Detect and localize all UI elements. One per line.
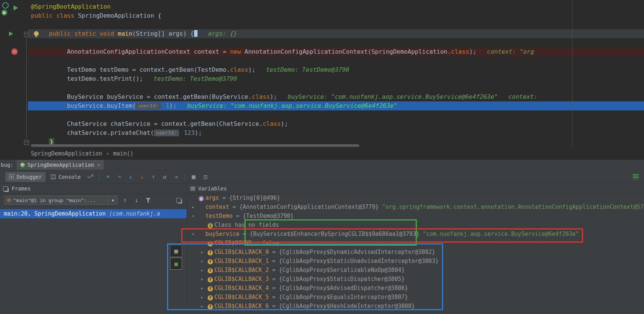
- next-frame-icon[interactable]: ↓: [132, 196, 141, 204]
- frames-options-icon[interactable]: [176, 198, 181, 203]
- code-line[interactable]: TestDemo testDemo = context.getBean(Test…: [28, 65, 644, 74]
- code-token[interactable]: ChatService chatService = context.getBea…: [67, 120, 263, 127]
- code-token[interactable]: class: [263, 120, 281, 127]
- filter-frames-icon[interactable]: [144, 196, 152, 204]
- code-token[interactable]: testDemo.testPrint();: [67, 75, 143, 82]
- fold-collapse-icon[interactable]: [24, 32, 29, 37]
- tree-expander-icon[interactable]: ▸: [201, 250, 208, 255]
- param-name-hint[interactable]: userId:: [154, 130, 179, 136]
- param-name-hint[interactable]: userId:: [136, 103, 161, 109]
- tree-expander-icon[interactable]: ▸: [201, 277, 208, 282]
- tree-expander-icon[interactable]: ▸: [201, 259, 208, 264]
- code-token[interactable]: AnnotationConfigApplicationContext conte…: [67, 48, 230, 55]
- code-token[interactable]: SpringDemoApplication {: [78, 12, 161, 19]
- intention-bulb-icon[interactable]: [34, 31, 39, 36]
- tab-debugger[interactable]: Debugger: [5, 172, 46, 182]
- code-line[interactable]: public static void main(String[] args) {…: [28, 29, 644, 38]
- tree-expander-icon[interactable]: ▾: [192, 214, 199, 219]
- code-token[interactable]: );: [469, 48, 476, 55]
- variable-row[interactable]: ▸fCGLIB$CALLBACK_0 = {CglibAopProxy$Dyna…: [187, 248, 644, 257]
- code-token[interactable]: );: [281, 120, 288, 127]
- code-token[interactable]: new: [230, 48, 241, 55]
- annotation-tool-table-icon[interactable]: ▦: [170, 245, 182, 257]
- editor-pane[interactable]: @SpringBootApplicationpublic class Sprin…: [0, 0, 644, 148]
- code-line[interactable]: chatService.privateChat(userId: 123);: [28, 128, 644, 137]
- tree-expander-icon[interactable]: ▸: [192, 205, 199, 210]
- code-line[interactable]: public class SpringDemoApplication {: [28, 11, 644, 20]
- code-token[interactable]: class: [451, 48, 469, 55]
- variable-row[interactable]: ▸fCGLIB$CALLBACK_5 = {CglibAopProxy$Equa…: [187, 293, 644, 302]
- editor-horizontal-scrollbar[interactable]: [31, 144, 359, 147]
- force-step-into-icon[interactable]: ↓: [137, 172, 146, 181]
- view-as-table-icon[interactable]: ▦: [189, 172, 198, 181]
- code-line[interactable]: BuyService buyService = context.getBean(…: [28, 92, 644, 101]
- breadcrumb-method[interactable]: main(): [113, 150, 134, 157]
- code-token[interactable]: );: [195, 129, 202, 136]
- code-line[interactable]: [28, 56, 644, 65]
- variable-row[interactable]: iClass has no fields: [187, 220, 644, 229]
- code-token[interactable]: class: [230, 66, 248, 73]
- code-token[interactable]: (String[] args): [132, 30, 190, 37]
- variable-row[interactable]: ▸fCGLIB$CALLBACK_3 = {CglibAopProxy$Stat…: [187, 275, 644, 284]
- variable-row[interactable]: ▾testDemo = {TestDemo@3790}: [187, 211, 644, 220]
- code-token[interactable]: buyService.buyItem(: [67, 102, 136, 109]
- variable-row[interactable]: ▸fCGLIB$CALLBACK_4 = {CglibAopProxy$Advi…: [187, 284, 644, 293]
- code-token[interactable]: @SpringBootApplication: [31, 3, 111, 10]
- chevron-down-icon[interactable]: ▼: [108, 196, 117, 204]
- variable-row[interactable]: ▸fCGLIB$CALLBACK_1 = {CglibAopProxy$Stat…: [187, 257, 644, 266]
- code-token[interactable]: AnnotationConfigApplicationContext(Sprin…: [241, 48, 451, 55]
- tree-expander-icon[interactable]: ▸: [201, 304, 208, 309]
- code-line[interactable]: [28, 83, 644, 92]
- run-main-icon[interactable]: [9, 32, 13, 36]
- code-token[interactable]: );: [169, 102, 176, 109]
- code-line[interactable]: @SpringBootApplication: [28, 2, 644, 11]
- code-line[interactable]: [28, 110, 644, 119]
- annotation-tool-image-icon[interactable]: ▣: [170, 258, 182, 270]
- code-line[interactable]: [28, 20, 644, 29]
- code-token[interactable]: {: [190, 30, 194, 37]
- drop-frame-icon[interactable]: ↺: [160, 172, 169, 181]
- debug-session-tab[interactable]: SpringDemoApplication ✕: [17, 160, 104, 170]
- variable-row[interactable]: ▸fCGLIB$CALLBACK_6 = {CglibAopProxy$Hash…: [187, 302, 644, 311]
- pin-icon[interactable]: →*: [86, 172, 95, 181]
- code-token[interactable]: class: [252, 93, 270, 100]
- variable-row[interactable]: ▾buyService = {BuyService$$EnhancerBySpr…: [187, 229, 644, 239]
- tree-expander-icon[interactable]: ▾: [192, 232, 199, 237]
- code-token[interactable]: main: [118, 30, 132, 37]
- run-to-cursor-icon[interactable]: ⇥: [171, 172, 180, 181]
- code-token[interactable]: );: [270, 93, 277, 100]
- code-line[interactable]: AnnotationConfigApplicationContext conte…: [28, 47, 644, 56]
- step-into-icon[interactable]: ↓: [126, 172, 135, 181]
- thread-selector-dropdown[interactable]: "main"@1 in group "main":... ▼: [5, 196, 117, 205]
- previous-frame-icon[interactable]: ↑: [121, 196, 129, 204]
- variable-row[interactable]: ▸fCGLIB$CALLBACK_2 = {CglibAopProxy$Seri…: [187, 266, 644, 275]
- code-token[interactable]: );: [248, 66, 255, 73]
- breadcrumb-class[interactable]: SpringDemoApplication: [31, 150, 102, 157]
- close-tab-icon[interactable]: ✕: [97, 162, 100, 168]
- code-token[interactable]: public static void: [49, 30, 118, 37]
- variable-row[interactable]: pargs = {String[0]@496}: [187, 193, 644, 202]
- code-token[interactable]: 123: [184, 129, 195, 136]
- code-token[interactable]: [180, 129, 184, 136]
- step-over-icon[interactable]: ↷: [115, 172, 124, 181]
- tree-expander-icon[interactable]: ▸: [201, 295, 208, 300]
- step-out-icon[interactable]: ↑: [149, 172, 158, 181]
- variable-row[interactable]: fCGLIB$BOUND = false: [187, 239, 644, 248]
- variable-row[interactable]: ▸context = {AnnotationConfigApplicationC…: [187, 202, 644, 211]
- fold-end-icon[interactable]: [24, 140, 29, 145]
- code-line[interactable]: testDemo.testPrint();testDemo: TestDemo@…: [28, 74, 644, 83]
- frame-row[interactable]: main:20, SpringDemoApplication (com.nuof…: [0, 209, 187, 218]
- code-line[interactable]: buyService.buyItem(userId: 1);buyService…: [28, 101, 644, 110]
- code-line[interactable]: [28, 38, 644, 47]
- layout-editor-icon[interactable]: ◫: [201, 172, 210, 181]
- code-token[interactable]: TestDemo testDemo = context.getBean(Test…: [67, 66, 230, 73]
- breakpoint-icon[interactable]: [11, 48, 18, 55]
- code-token[interactable]: chatService.privateChat(: [67, 129, 154, 136]
- code-token[interactable]: BuyService buyService = context.getBean(…: [67, 93, 252, 100]
- show-execution-point-icon[interactable]: ➤: [103, 172, 112, 181]
- tree-expander-icon[interactable]: ▸: [201, 268, 208, 273]
- tree-expander-icon[interactable]: ▸: [201, 286, 208, 291]
- tab-console[interactable]: Console: [47, 172, 84, 182]
- code-token[interactable]: 1: [166, 102, 169, 109]
- code-line[interactable]: ChatService chatService = context.getBea…: [28, 119, 644, 128]
